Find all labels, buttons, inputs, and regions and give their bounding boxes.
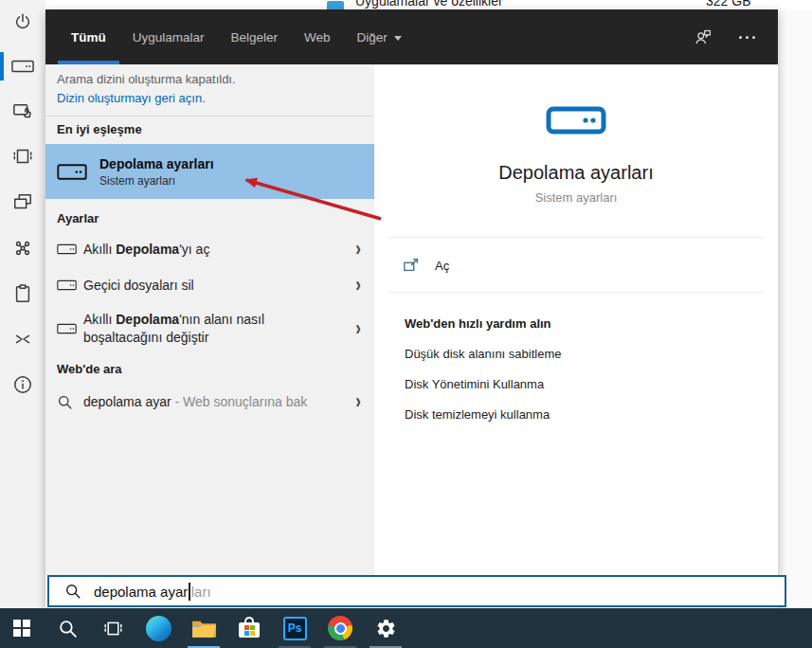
help-link[interactable]: Düşük disk alanını sabitleme (405, 347, 561, 361)
rail-power-button[interactable] (0, 5, 45, 39)
background-window-strip: Uygulamalar ve özellikler 322 GB (45, 0, 812, 9)
edge-icon (146, 616, 171, 641)
more-icon-dot (746, 36, 749, 39)
search-flyout: Tümü Uygulamalar Belgeler Web Diğer Aram… (45, 9, 778, 608)
more-button[interactable] (739, 36, 755, 39)
storage-drive-icon (57, 164, 87, 180)
result-label: Geçici dosyaları sil (83, 277, 324, 295)
more-icon (739, 36, 742, 39)
tab-all[interactable]: Tümü (58, 9, 119, 64)
chevron-right-icon: › (355, 237, 361, 262)
taskbar-photoshop-button[interactable]: Ps (273, 608, 316, 648)
file-explorer-icon (191, 619, 217, 639)
chevron-right-icon: › (355, 316, 361, 342)
best-match-title: Depolama ayarları (99, 156, 214, 171)
topbar-actions (693, 9, 755, 64)
search-input[interactable]: depolama ayar ları (47, 575, 786, 607)
feedback-icon (693, 27, 713, 47)
rail-cascade-windows-button[interactable] (0, 185, 45, 219)
help-link[interactable]: Disk Yönetimini Kullanma (405, 377, 544, 391)
label-pre: Akıllı (83, 312, 116, 327)
chevron-right-icon: › (355, 273, 361, 298)
best-match-text: Depolama ayarları Sistem ayarları (99, 156, 214, 188)
text-caret (189, 583, 190, 601)
divider (45, 116, 374, 117)
rail-touch-button[interactable] (0, 95, 45, 129)
settings-result-row[interactable]: Akıllı Depolama'yı aç › (45, 231, 374, 267)
preview-subtitle: Sistem ayarları (374, 190, 778, 205)
feedback-button[interactable] (693, 27, 713, 47)
touch-icon (12, 101, 33, 122)
preview-title: Depolama ayarları (374, 162, 778, 184)
label-pre: Akıllı (83, 242, 116, 257)
power-icon (12, 11, 33, 32)
storage-drive-icon (57, 323, 81, 334)
result-label: depolama ayar - Web sonuçlarına bak (83, 393, 324, 411)
search-icon (57, 394, 81, 410)
chrome-icon (328, 616, 352, 640)
cascade-windows-icon (12, 191, 33, 212)
settings-result-row[interactable]: Akıllı Depolama'nın alanı nasıl boşaltac… (45, 303, 374, 354)
best-match-item[interactable]: Depolama ayarları Sistem ayarları (45, 144, 374, 199)
tab-web-label: Web (304, 30, 331, 45)
taskbar-start-button[interactable] (0, 608, 44, 648)
rail-info-button[interactable] (0, 368, 45, 402)
clipboard-icon (12, 283, 33, 304)
left-icon-rail (0, 0, 45, 608)
collapse-icon (12, 329, 33, 350)
storage-icon (11, 60, 34, 73)
task-view-icon (12, 146, 33, 167)
result-label: Akıllı Depolama'yı aç (83, 241, 324, 259)
result-label: Akıllı Depolama'nın alanı nasıl boşaltac… (83, 311, 324, 347)
taskbar-edge-button[interactable] (136, 608, 180, 648)
rail-clipboard-button[interactable] (0, 277, 45, 311)
help-link[interactable]: Disk temizlemeyi kullanma (405, 407, 550, 422)
taskbar: Ps (0, 608, 812, 648)
background-window-title: Uygulamalar ve özellikler (355, 0, 503, 9)
open-external-icon (403, 257, 420, 274)
search-typed-text: depolama ayar (94, 584, 188, 600)
divider (388, 237, 765, 238)
settings-gear-icon (375, 618, 397, 639)
rail-task-view-button[interactable] (0, 139, 45, 173)
tab-documents[interactable]: Belgeler (218, 9, 292, 64)
label-bold: Depolama (116, 312, 179, 327)
tab-more[interactable]: Diğer (344, 9, 415, 64)
help-section-header: Web'den hızlı yardım alın (405, 316, 551, 331)
storage-drive-icon-large (546, 106, 606, 138)
tab-apps[interactable]: Uygulamalar (119, 9, 218, 64)
web-section-header: Web'de ara (57, 362, 122, 376)
taskbar-settings-button[interactable] (364, 608, 407, 648)
more-icon-dot (752, 36, 755, 39)
results-panel: Arama dizini oluşturma kapatıldı. Dizin … (45, 64, 374, 575)
info-icon (12, 374, 33, 395)
apps-icon (327, 1, 344, 9)
taskbar-store-button[interactable] (227, 608, 271, 648)
index-notice-link[interactable]: Dizin oluşturmayı geri açın. (57, 89, 206, 108)
chevron-right-icon: › (355, 389, 361, 415)
search-icon (64, 583, 81, 600)
taskbar-task-view-button[interactable] (91, 608, 135, 648)
photoshop-icon: Ps (283, 617, 307, 640)
open-action-label: Aç (435, 259, 449, 273)
rail-storage-button[interactable] (0, 49, 45, 83)
index-notice-text: Arama dizini oluşturma kapatıldı. (57, 70, 236, 89)
tab-web[interactable]: Web (291, 9, 344, 64)
rail-collapse-button[interactable] (0, 322, 45, 356)
screen: Uygulamalar ve özellikler 322 GB (0, 0, 812, 648)
web-search-row[interactable]: depolama ayar - Web sonuçlarına bak › (45, 383, 374, 421)
settings-result-row[interactable]: Geçici dosyaları sil › (45, 267, 374, 303)
chevron-down-icon (394, 36, 402, 41)
taskbar-search-button[interactable] (45, 608, 89, 648)
rail-share-button[interactable] (0, 231, 45, 265)
windows-start-icon (13, 620, 30, 637)
taskbar-file-explorer-button[interactable] (182, 608, 226, 648)
taskbar-chrome-button[interactable] (318, 608, 362, 648)
best-match-subtitle: Sistem ayarları (99, 174, 214, 188)
search-filter-tabs: Tümü Uygulamalar Belgeler Web Diğer (58, 9, 415, 64)
task-view-icon (103, 619, 123, 639)
label-post: 'yı aç (179, 242, 209, 257)
open-action-row[interactable]: Aç (374, 244, 778, 286)
web-query: depolama ayar (83, 394, 171, 409)
search-icon (58, 619, 78, 639)
